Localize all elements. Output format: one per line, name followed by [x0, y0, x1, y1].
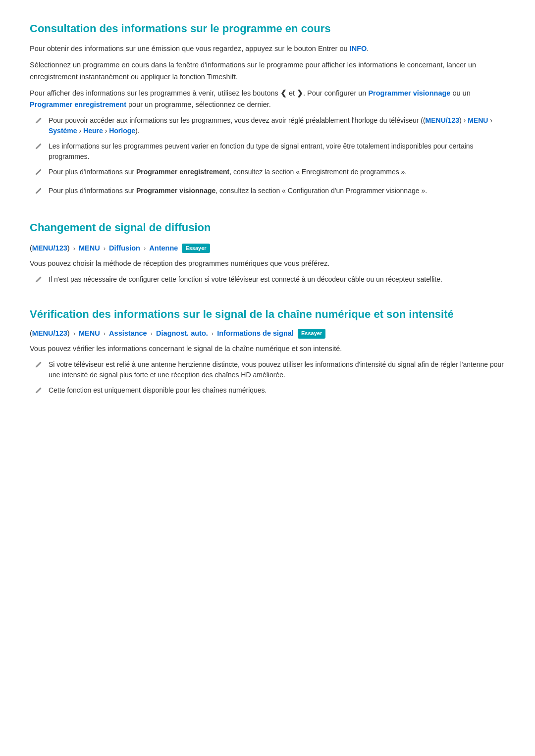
section1-title: Consultation des informations sur le pro… [30, 20, 505, 37]
bullet-item: Cette fonction est uniquement disponible… [35, 385, 505, 399]
bullet-text: Il n'est pas nécessaire de configurer ce… [49, 274, 505, 285]
section1-para1: Pour obtenir des informations sur une ém… [30, 43, 505, 54]
bullet-text: Les informations sur les programmes peuv… [49, 141, 505, 162]
programmer-enregistrement-ref: Programmer enregistrement [136, 168, 229, 176]
section-changement: Changement de signal de diffusion (MENU/… [30, 219, 505, 288]
section2-para1: Vous pouvez choisir la méthode de récept… [30, 258, 505, 269]
programmer-visionnage-ref: Programmer visionnage [136, 187, 215, 195]
menu123-link3: MENU/123 [32, 329, 67, 337]
pencil-icon [35, 386, 43, 399]
pencil-icon [35, 360, 43, 373]
bullet-text: Pour plus d'informations sur Programmer … [49, 167, 505, 177]
bullet-text: Pour plus d'informations sur Programmer … [49, 186, 505, 196]
programmer-visionnage-link1: Programmer visionnage [368, 89, 450, 97]
chevron-left: ❮ [280, 88, 287, 99]
horloge-link: Horloge [109, 127, 135, 135]
bullet-text: Cette fonction est uniquement disponible… [49, 385, 505, 396]
menu-link: MENU [468, 116, 488, 124]
assistance-link: Assistance [109, 329, 147, 337]
antenne-link: Antenne [149, 244, 178, 252]
pencil-icon [35, 116, 43, 129]
section3-bullets: Si votre téléviseur est relié à une ante… [35, 359, 505, 399]
heure-link: Heure [83, 127, 103, 135]
menu-link2: MENU [79, 244, 100, 252]
pencil-icon [35, 187, 43, 200]
pencil-icon [35, 275, 43, 288]
diagnost-link: Diagnost. auto. [156, 329, 208, 337]
chevron-right: ❯ [297, 88, 303, 99]
info-link: INFO [350, 45, 367, 52]
section3-para1: Vous pouvez vérifier les informations co… [30, 343, 505, 354]
section2-nav: (MENU/123) › MENU › Diffusion › Antenne … [30, 243, 505, 254]
section1-bullets: Pour pouvoir accéder aux informations su… [35, 115, 505, 199]
diffusion-link: Diffusion [109, 244, 140, 252]
bullet-item: Si votre téléviseur est relié à une ante… [35, 359, 505, 380]
section1-para3: Pour afficher des informations sur les p… [30, 88, 505, 110]
infos-signal-link: Informations de signal [217, 329, 294, 337]
bullet-text: Pour pouvoir accéder aux informations su… [49, 115, 505, 136]
section2-bullets: Il n'est pas nécessaire de configurer ce… [35, 274, 505, 288]
programmer-enregistrement-link1: Programmer enregistrement [30, 101, 126, 108]
section-consultation: Consultation des informations sur le pro… [30, 20, 505, 199]
bullet-item: Pour pouvoir accéder aux informations su… [35, 115, 505, 136]
bullet-item: Pour plus d'informations sur Programmer … [35, 167, 505, 181]
menu-link3: MENU [79, 329, 100, 337]
bullet-text: Si votre téléviseur est relié à une ante… [49, 359, 505, 380]
systeme-link: Système [49, 127, 77, 135]
section1-para2: Sélectionnez un programme en cours dans … [30, 59, 505, 82]
bullet-item: Les informations sur les programmes peuv… [35, 141, 505, 162]
bullet-item: Pour plus d'informations sur Programmer … [35, 186, 505, 200]
bullet-item: Il n'est pas nécessaire de configurer ce… [35, 274, 505, 288]
pencil-icon [35, 168, 43, 181]
section3-nav: (MENU/123) › MENU › Assistance › Diagnos… [30, 328, 505, 339]
menu123-link2: MENU/123 [32, 244, 67, 252]
section3-title: Vérification des informations sur le sig… [30, 307, 505, 322]
section2-title: Changement de signal de diffusion [30, 219, 505, 236]
menu123-link: MENU/123 [426, 116, 459, 124]
section-verification: Vérification des informations sur le sig… [30, 307, 505, 399]
pencil-icon [35, 142, 43, 155]
essayer-badge2[interactable]: Essayer [298, 329, 325, 339]
essayer-badge[interactable]: Essayer [182, 244, 210, 253]
